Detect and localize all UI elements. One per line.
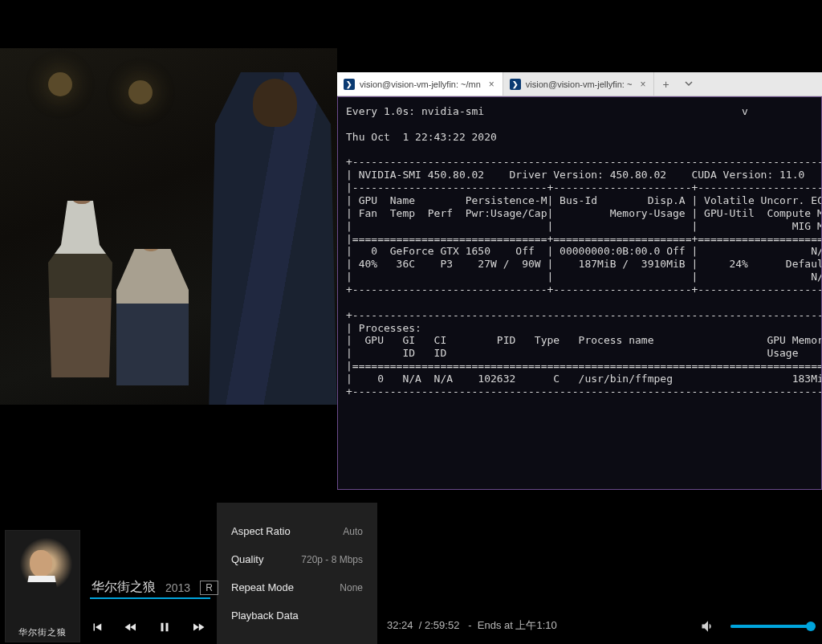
- separator: |=======================================…: [346, 360, 822, 372]
- title-underline: [90, 597, 210, 599]
- skip-previous-icon: [90, 620, 104, 634]
- poster-caption: 华尔街之狼: [6, 626, 79, 638]
- chevron-down-icon: [684, 79, 694, 88]
- volume-controls: [700, 618, 811, 634]
- terminal-tab-title: vision@vision-vm-jellyfin: ~: [526, 79, 633, 89]
- media-poster[interactable]: 华尔街之狼: [5, 530, 80, 642]
- terminal-icon: [510, 79, 521, 90]
- terminal-tab-title: vision@vision-vm-jellyfin: ~/mn: [360, 79, 481, 89]
- volume-thumb[interactable]: [806, 622, 816, 631]
- total-time: 2:59:52: [425, 619, 459, 631]
- person-figure: [209, 72, 337, 405]
- nvsmi-header: | GPU Name Persistence-M| Bus-Id Disp.A …: [346, 194, 822, 206]
- terminal-window: vision@vision-vm-jellyfin: ~/mn × vision…: [337, 72, 822, 490]
- pause-icon: [157, 620, 172, 634]
- terminal-tab[interactable]: vision@vision-vm-jellyfin: ~ ×: [503, 72, 655, 96]
- separator: |-------------------------------+-------…: [346, 181, 822, 194]
- settings-row-repeat-mode[interactable]: Repeat Mode None: [217, 573, 377, 601]
- transport-controls: [90, 620, 206, 634]
- settings-value: None: [340, 582, 363, 593]
- tab-dropdown-button[interactable]: [678, 77, 700, 92]
- lamp-decor: [128, 80, 153, 104]
- settings-value: Auto: [343, 526, 363, 537]
- settings-value: 720p - 8 Mbps: [301, 554, 363, 565]
- nvsmi-header: | | | MIG M.: [346, 220, 822, 232]
- volume-icon: [700, 618, 716, 634]
- fast-forward-button[interactable]: [191, 620, 206, 634]
- nvsmi-proc-cols: | GPU GI CI PID Type Process name GPU Me…: [346, 334, 822, 346]
- timestamp: Thu Oct 1 22:43:22 2020: [346, 131, 497, 143]
- terminal-tab[interactable]: vision@vision-vm-jellyfin: ~/mn ×: [337, 72, 503, 96]
- settings-label: Aspect Ratio: [231, 525, 291, 537]
- new-tab-button[interactable]: +: [654, 78, 677, 91]
- nvsmi-proc-cols: | ID ID Usage: [346, 347, 822, 359]
- person-figure: [116, 249, 189, 385]
- settings-row-quality[interactable]: Quality 720p - 8 Mbps: [217, 545, 377, 573]
- settings-label: Quality: [231, 553, 263, 565]
- close-icon[interactable]: ×: [489, 79, 494, 90]
- settings-row-aspect-ratio[interactable]: Aspect Ratio Auto: [217, 517, 377, 545]
- terminal-tabbar: vision@vision-vm-jellyfin: ~/mn × vision…: [337, 72, 822, 96]
- settings-label: Repeat Mode: [231, 581, 294, 593]
- nvsmi-gpu-row: | | | N/A: [346, 271, 822, 283]
- volume-button[interactable]: [700, 618, 716, 634]
- nvsmi-header: | Fan Temp Perf Pwr:Usage/Cap| Memory-Us…: [346, 207, 822, 219]
- nvsmi-proc-row: | 0 N/A N/A 102632 C /usr/bin/ffmpeg 183…: [346, 373, 822, 385]
- terminal-output[interactable]: Every 1.0s: nvidia-smi v Thu Oct 1 22:43…: [337, 96, 822, 490]
- rating-badge: R: [200, 581, 218, 595]
- current-time: 32:24: [387, 619, 413, 631]
- person-figure: [48, 201, 112, 377]
- separator: |===============================+=======…: [346, 233, 822, 245]
- volume-fill: [730, 625, 811, 628]
- nvsmi-version: | NVIDIA-SMI 450.80.02 Driver Version: 4…: [346, 169, 817, 181]
- nvsmi-proc-header: | Processes:: [346, 322, 822, 334]
- media-title: 华尔街之狼: [92, 579, 156, 596]
- video-frame[interactable]: [0, 48, 337, 405]
- fast-forward-icon: [191, 620, 206, 634]
- settings-row-playback-data[interactable]: Playback Data: [217, 601, 377, 630]
- time-display: 32:24 / 2:59:52 - Ends at 上午1:10: [387, 618, 557, 633]
- lamp-decor: [48, 72, 72, 96]
- media-year: 2013: [165, 581, 190, 594]
- ends-at: Ends at 上午1:10: [478, 619, 557, 631]
- nvsmi-gpu-row: | 0 GeForce GTX 1650 Off | 00000000:0B:0…: [346, 245, 822, 257]
- separator: +-------------------------------+-------…: [346, 283, 822, 296]
- watch-header: Every 1.0s: nvidia-smi: [346, 105, 484, 117]
- nvsmi-gpu-row: | 40% 36C P3 27W / 90W | 187MiB / 3910Mi…: [346, 258, 822, 270]
- close-icon[interactable]: ×: [640, 79, 645, 90]
- separator: +---------------------------------------…: [346, 385, 822, 397]
- video-scene: [0, 48, 337, 405]
- separator: +---------------------------------------…: [346, 309, 822, 321]
- playback-settings-menu: Aspect Ratio Auto Quality 720p - 8 Mbps …: [217, 503, 377, 644]
- rewind-button[interactable]: [124, 620, 138, 634]
- previous-track-button[interactable]: [90, 620, 104, 634]
- pause-button[interactable]: [157, 620, 172, 634]
- terminal-icon: [344, 79, 355, 90]
- settings-label: Playback Data: [231, 609, 299, 622]
- volume-slider[interactable]: [730, 625, 811, 628]
- rewind-icon: [124, 620, 138, 634]
- separator: +---------------------------------------…: [346, 156, 822, 168]
